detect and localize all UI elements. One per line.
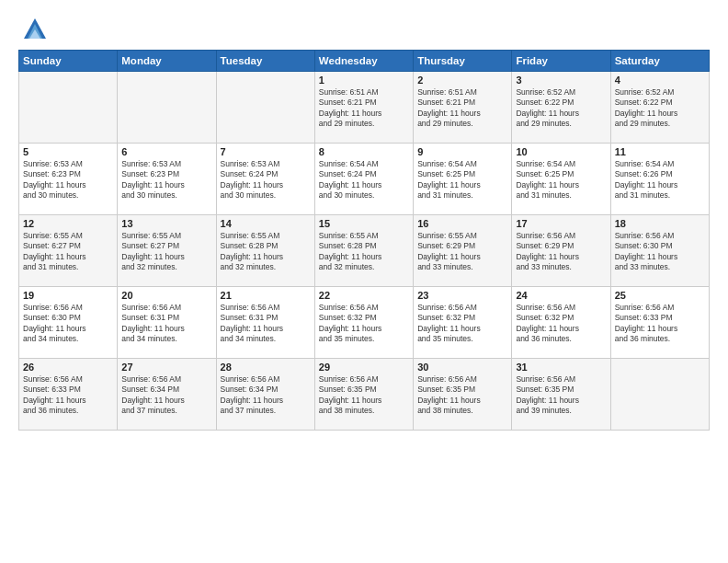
day-info: Sunrise: 6:52 AM Sunset: 6:22 PM Dayligh… [615, 87, 705, 130]
calendar-cell: 17Sunrise: 6:56 AM Sunset: 6:29 PM Dayli… [512, 215, 610, 287]
calendar-cell: 1Sunrise: 6:51 AM Sunset: 6:21 PM Daylig… [314, 72, 413, 144]
calendar-table: SundayMondayTuesdayWednesdayThursdayFrid… [18, 50, 710, 431]
day-number: 25 [615, 290, 705, 301]
calendar-cell: 19Sunrise: 6:56 AM Sunset: 6:30 PM Dayli… [19, 287, 118, 359]
day-number: 15 [319, 218, 409, 229]
calendar-cell: 20Sunrise: 6:56 AM Sunset: 6:31 PM Dayli… [118, 287, 216, 359]
day-info: Sunrise: 6:55 AM Sunset: 6:28 PM Dayligh… [319, 231, 409, 273]
calendar-cell: 30Sunrise: 6:56 AM Sunset: 6:35 PM Dayli… [414, 359, 512, 431]
day-number: 12 [23, 218, 113, 229]
day-number: 1 [319, 75, 409, 86]
day-number: 20 [121, 290, 211, 301]
day-info: Sunrise: 6:51 AM Sunset: 6:21 PM Dayligh… [319, 87, 409, 130]
week-row: 5Sunrise: 6:53 AM Sunset: 6:23 PM Daylig… [19, 144, 710, 215]
week-row: 12Sunrise: 6:55 AM Sunset: 6:27 PM Dayli… [19, 215, 710, 287]
day-info: Sunrise: 6:53 AM Sunset: 6:23 PM Dayligh… [23, 159, 113, 201]
day-info: Sunrise: 6:55 AM Sunset: 6:27 PM Dayligh… [121, 231, 211, 273]
calendar-cell [118, 72, 216, 144]
day-of-week-header: Thursday [414, 51, 512, 72]
day-number: 22 [319, 290, 409, 301]
day-of-week-header: Wednesday [314, 51, 413, 72]
day-info: Sunrise: 6:55 AM Sunset: 6:29 PM Dayligh… [417, 231, 507, 273]
day-number: 2 [417, 75, 507, 86]
day-of-week-header: Monday [118, 51, 216, 72]
calendar-cell: 18Sunrise: 6:56 AM Sunset: 6:30 PM Dayli… [610, 215, 709, 287]
day-number: 10 [516, 146, 606, 157]
week-row: 26Sunrise: 6:56 AM Sunset: 6:33 PM Dayli… [19, 359, 710, 431]
day-number: 7 [221, 146, 311, 157]
day-number: 29 [319, 362, 409, 373]
day-number: 30 [417, 362, 507, 373]
day-info: Sunrise: 6:54 AM Sunset: 6:26 PM Dayligh… [615, 159, 705, 201]
calendar-cell: 4Sunrise: 6:52 AM Sunset: 6:22 PM Daylig… [610, 72, 709, 144]
week-row: 1Sunrise: 6:51 AM Sunset: 6:21 PM Daylig… [19, 72, 710, 144]
day-number: 19 [23, 290, 113, 301]
day-number: 14 [221, 218, 311, 229]
day-info: Sunrise: 6:53 AM Sunset: 6:23 PM Dayligh… [121, 159, 211, 201]
day-info: Sunrise: 6:56 AM Sunset: 6:33 PM Dayligh… [615, 303, 705, 345]
day-info: Sunrise: 6:54 AM Sunset: 6:25 PM Dayligh… [417, 159, 507, 201]
day-info: Sunrise: 6:56 AM Sunset: 6:31 PM Dayligh… [221, 303, 311, 345]
calendar-cell: 10Sunrise: 6:54 AM Sunset: 6:25 PM Dayli… [512, 144, 610, 215]
calendar-cell: 12Sunrise: 6:55 AM Sunset: 6:27 PM Dayli… [19, 215, 118, 287]
day-number: 21 [221, 290, 311, 301]
page: SundayMondayTuesdayWednesdayThursdayFrid… [0, 0, 728, 563]
day-number: 26 [23, 362, 113, 373]
calendar-cell [610, 359, 709, 431]
calendar-cell: 13Sunrise: 6:55 AM Sunset: 6:27 PM Dayli… [118, 215, 216, 287]
calendar-cell: 29Sunrise: 6:56 AM Sunset: 6:35 PM Dayli… [314, 359, 413, 431]
calendar-cell: 15Sunrise: 6:55 AM Sunset: 6:28 PM Dayli… [314, 215, 413, 287]
calendar-cell: 28Sunrise: 6:56 AM Sunset: 6:34 PM Dayli… [216, 359, 314, 431]
calendar-cell: 26Sunrise: 6:56 AM Sunset: 6:33 PM Dayli… [19, 359, 118, 431]
week-row: 19Sunrise: 6:56 AM Sunset: 6:30 PM Dayli… [19, 287, 710, 359]
day-of-week-header: Friday [512, 51, 610, 72]
day-number: 11 [615, 146, 705, 157]
day-info: Sunrise: 6:56 AM Sunset: 6:33 PM Dayligh… [23, 374, 113, 417]
day-number: 27 [121, 362, 211, 373]
day-info: Sunrise: 6:56 AM Sunset: 6:31 PM Dayligh… [121, 303, 211, 345]
day-of-week-header: Saturday [610, 51, 709, 72]
day-info: Sunrise: 6:53 AM Sunset: 6:24 PM Dayligh… [221, 159, 311, 201]
day-info: Sunrise: 6:56 AM Sunset: 6:30 PM Dayligh… [615, 231, 705, 273]
calendar-cell: 25Sunrise: 6:56 AM Sunset: 6:33 PM Dayli… [610, 287, 709, 359]
day-number: 8 [319, 146, 409, 157]
day-of-week-header: Tuesday [216, 51, 314, 72]
calendar-cell: 21Sunrise: 6:56 AM Sunset: 6:31 PM Dayli… [216, 287, 314, 359]
day-info: Sunrise: 6:52 AM Sunset: 6:22 PM Dayligh… [516, 87, 606, 130]
day-info: Sunrise: 6:56 AM Sunset: 6:35 PM Dayligh… [319, 374, 409, 417]
calendar-cell: 9Sunrise: 6:54 AM Sunset: 6:25 PM Daylig… [414, 144, 512, 215]
day-info: Sunrise: 6:55 AM Sunset: 6:28 PM Dayligh… [221, 231, 311, 273]
day-info: Sunrise: 6:56 AM Sunset: 6:29 PM Dayligh… [516, 231, 606, 273]
header-row: SundayMondayTuesdayWednesdayThursdayFrid… [19, 51, 710, 72]
day-info: Sunrise: 6:56 AM Sunset: 6:34 PM Dayligh… [121, 374, 211, 417]
day-number: 24 [516, 290, 606, 301]
day-number: 18 [615, 218, 705, 229]
day-info: Sunrise: 6:56 AM Sunset: 6:34 PM Dayligh… [221, 374, 311, 417]
day-info: Sunrise: 6:56 AM Sunset: 6:35 PM Dayligh… [417, 374, 507, 417]
day-info: Sunrise: 6:56 AM Sunset: 6:32 PM Dayligh… [417, 303, 507, 345]
logo [18, 17, 48, 42]
calendar-cell: 3Sunrise: 6:52 AM Sunset: 6:22 PM Daylig… [512, 72, 610, 144]
calendar-cell: 23Sunrise: 6:56 AM Sunset: 6:32 PM Dayli… [414, 287, 512, 359]
day-info: Sunrise: 6:55 AM Sunset: 6:27 PM Dayligh… [23, 231, 113, 273]
day-number: 9 [417, 146, 507, 157]
header [18, 17, 710, 42]
calendar-cell: 27Sunrise: 6:56 AM Sunset: 6:34 PM Dayli… [118, 359, 216, 431]
day-number: 31 [516, 362, 606, 373]
calendar-cell: 5Sunrise: 6:53 AM Sunset: 6:23 PM Daylig… [19, 144, 118, 215]
calendar-cell: 2Sunrise: 6:51 AM Sunset: 6:21 PM Daylig… [414, 72, 512, 144]
calendar-cell [19, 72, 118, 144]
calendar-cell: 8Sunrise: 6:54 AM Sunset: 6:24 PM Daylig… [314, 144, 413, 215]
day-info: Sunrise: 6:54 AM Sunset: 6:24 PM Dayligh… [319, 159, 409, 201]
logo-icon [22, 17, 48, 42]
day-info: Sunrise: 6:56 AM Sunset: 6:35 PM Dayligh… [516, 374, 606, 417]
day-of-week-header: Sunday [19, 51, 118, 72]
calendar-cell: 24Sunrise: 6:56 AM Sunset: 6:32 PM Dayli… [512, 287, 610, 359]
calendar-cell: 7Sunrise: 6:53 AM Sunset: 6:24 PM Daylig… [216, 144, 314, 215]
day-info: Sunrise: 6:56 AM Sunset: 6:32 PM Dayligh… [516, 303, 606, 345]
day-info: Sunrise: 6:56 AM Sunset: 6:32 PM Dayligh… [319, 303, 409, 345]
day-number: 23 [417, 290, 507, 301]
calendar-cell: 14Sunrise: 6:55 AM Sunset: 6:28 PM Dayli… [216, 215, 314, 287]
calendar-cell: 6Sunrise: 6:53 AM Sunset: 6:23 PM Daylig… [118, 144, 216, 215]
day-info: Sunrise: 6:56 AM Sunset: 6:30 PM Dayligh… [23, 303, 113, 345]
